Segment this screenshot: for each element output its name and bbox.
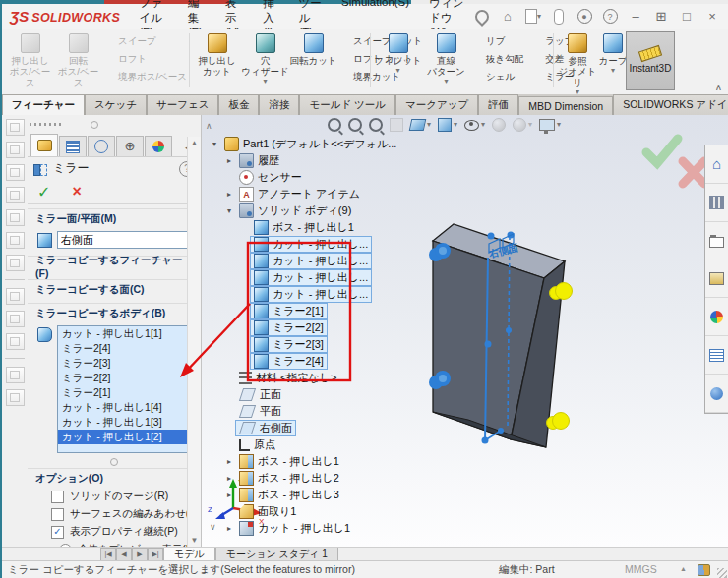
units-dropdown-icon[interactable]: ▲ <box>680 565 687 572</box>
tree-item-6[interactable]: カット - 押し出し... <box>205 236 431 253</box>
file-explorer-tab[interactable] <box>705 222 728 260</box>
section-faces-to-mirror[interactable]: ミラーコピーする面(C) ∨ <box>28 279 201 299</box>
tree-item-5[interactable]: ボス - 押し出し1 <box>205 219 431 236</box>
tree-item-content[interactable]: ミラー2[4] <box>250 353 328 370</box>
instant3d-button[interactable]: Instant3D <box>626 31 675 90</box>
copy-appearance-icon[interactable] <box>6 367 25 383</box>
tree-scroll-down-icon[interactable]: ∨ <box>210 522 216 532</box>
window-panes-icon[interactable]: ⊞ <box>653 9 669 25</box>
sketch-point[interactable] <box>482 437 489 444</box>
tab-feature-manager[interactable] <box>30 134 58 156</box>
appearances-tab[interactable] <box>705 298 728 336</box>
command-tab-MBD Dimension[interactable]: MBD Dimension <box>518 96 613 115</box>
bottom-view-icon[interactable] <box>6 232 25 249</box>
home-icon[interactable]: ⌂ <box>500 9 516 25</box>
scroll-up-icon[interactable]: ▲ <box>188 139 201 147</box>
expand-right-icon[interactable]: ▸ <box>223 474 235 483</box>
reference-geometry-button[interactable]: 参照 ジオメトリ ▾ <box>557 30 598 95</box>
chevron-down-icon[interactable]: ▾ <box>444 79 448 85</box>
tree-item-8[interactable]: カット - 押し出し... <box>205 269 431 286</box>
tree-item-content[interactable]: ボス - 押し出し3 <box>235 487 343 503</box>
command-tab-スケッチ[interactable]: スケッチ <box>85 94 147 115</box>
tree-item-0[interactable]: ▾Part1 (デフォルト<<デフォル... <box>205 136 431 152</box>
hole-wizard-button[interactable]: 穴 ウィザード ▾ <box>241 30 289 85</box>
forum-tab[interactable] <box>705 375 728 413</box>
confirm-cancel-ghost[interactable] <box>683 161 704 184</box>
shell-button[interactable]: シェル <box>470 70 523 85</box>
chevron-down-icon[interactable]: ▾ <box>481 122 485 128</box>
tree-item-15[interactable]: 正面 <box>205 386 431 403</box>
sketch-point[interactable] <box>498 428 504 434</box>
tree-item-10[interactable]: ミラー2[1] <box>205 303 431 319</box>
list-resize-handle[interactable] <box>110 458 118 466</box>
tree-item-content[interactable]: 面取り1 <box>235 503 300 520</box>
expand-right-icon[interactable]: ▸ <box>223 457 235 466</box>
home-tab[interactable]: ⌂ <box>705 145 728 184</box>
tree-item-content[interactable]: 右側面 <box>235 420 296 436</box>
instant2d-icon[interactable] <box>6 311 25 327</box>
bodies-to-mirror-list[interactable]: カット - 押し出し1[1]ミラー2[4]ミラー2[3]ミラー2[2]ミラー2[… <box>57 325 193 453</box>
checkbox-option-0[interactable]: ソリッドのマージ(R) <box>28 488 201 505</box>
curves-button[interactable]: カーブ ▾ <box>598 30 628 74</box>
ok-button[interactable]: ✓ <box>37 183 50 202</box>
display-settings-icon[interactable] <box>6 333 25 350</box>
command-tab-SOLIDWORKS アドイン[interactable]: SOLIDWORKS アドイン <box>613 94 728 115</box>
section-features-to-mirror[interactable]: ミラーコピーするフィーチャー(F) ∨ <box>28 256 201 275</box>
mirror-plane-input[interactable] <box>57 231 201 249</box>
tree-item-7[interactable]: カット - 押し出し... <box>205 253 431 269</box>
unit-system[interactable]: MMGS <box>625 563 657 575</box>
tree-item-4[interactable]: ▾ソリッド ボディ(9) <box>205 202 431 219</box>
command-tab-評価[interactable]: 評価 <box>478 94 518 115</box>
tree-item-23[interactable]: ▸カット - 押し出し1 <box>205 520 431 537</box>
tree-item-22[interactable]: 面取り1 <box>205 503 431 520</box>
chevron-down-icon[interactable]: ▾ <box>528 122 532 128</box>
view-settings-button[interactable]: ▾ <box>539 119 561 131</box>
tree-item-content[interactable]: Part1 (デフォルト<<デフォル... <box>220 136 400 152</box>
extruded-cut-button[interactable]: 押し出し カット <box>193 30 241 77</box>
expand-right-icon[interactable]: ▸ <box>223 156 235 165</box>
chevron-down-icon[interactable]: ▾ <box>263 79 267 85</box>
panel-drag-handle[interactable] <box>28 115 201 135</box>
sweep-button[interactable]: スイープ <box>102 34 187 49</box>
panel-scrollbar[interactable]: ▲ ▼ <box>187 137 201 547</box>
chevron-down-icon[interactable]: ▾ <box>454 122 457 128</box>
left-view-icon[interactable] <box>6 164 25 181</box>
touch-mode-icon[interactable] <box>551 9 567 25</box>
expand-right-icon[interactable]: ▸ <box>223 491 235 499</box>
tree-item-18[interactable]: 原点 <box>205 436 431 453</box>
tree-item-1[interactable]: ▸履歴 <box>205 152 431 169</box>
tree-item-content[interactable]: ミラー2[2] <box>250 319 328 336</box>
command-tab-溶接[interactable]: 溶接 <box>259 94 299 115</box>
revolved-cut-button[interactable]: 回転カット <box>289 30 337 66</box>
view-palette-tab[interactable] <box>705 260 728 299</box>
tree-item-12[interactable]: ミラー2[3] <box>205 336 431 353</box>
chevron-down-icon[interactable]: ▾ <box>557 122 561 128</box>
prev-tab-icon[interactable]: ◀ <box>116 548 132 561</box>
fillet-button[interactable]: フィレット ▾ <box>374 30 422 74</box>
rib-button[interactable]: リブ <box>470 34 523 49</box>
help-icon[interactable]: ? <box>602 9 618 25</box>
first-tab-icon[interactable]: |◀ <box>100 548 116 561</box>
minimize-icon[interactable]: – <box>628 9 643 25</box>
tree-item-content[interactable]: 履歴 <box>235 152 283 169</box>
tree-scroll-up-icon[interactable]: ∧ <box>206 121 212 131</box>
confirm-ok-ghost[interactable] <box>646 139 678 163</box>
custom-properties-tab[interactable] <box>705 336 728 375</box>
checkbox-option-1[interactable]: サーフェスの編みあわせ(K) <box>28 505 201 523</box>
tree-item-content[interactable]: 正面 <box>235 386 285 403</box>
sketch-point[interactable] <box>506 327 512 333</box>
close-icon[interactable]: × <box>704 9 720 25</box>
new-document-icon[interactable]: ▾ <box>525 9 541 25</box>
sketch-point[interactable] <box>488 233 495 240</box>
chevron-down-icon[interactable]: ▾ <box>427 122 431 128</box>
expand-right-icon[interactable]: ▸ <box>223 190 235 199</box>
command-tab-サーフェス[interactable]: サーフェス <box>147 94 218 115</box>
command-tab-板金[interactable]: 板金 <box>218 94 259 115</box>
section-mirror-plane[interactable]: ミラー面/平面(M) ∧ <box>28 208 201 228</box>
tree-item-content[interactable]: 材料 <指定なし> <box>235 370 340 386</box>
linear-pattern-button[interactable]: 直線 パターン ▾ <box>422 30 470 85</box>
tab-dimxpert-manager[interactable]: ⊕ <box>116 136 144 156</box>
ribbon-collapse-icon[interactable]: ∧ <box>715 82 722 92</box>
chevron-down-icon[interactable]: ▾ <box>395 68 399 74</box>
tree-item-content[interactable]: ソリッド ボディ(9) <box>235 202 355 219</box>
